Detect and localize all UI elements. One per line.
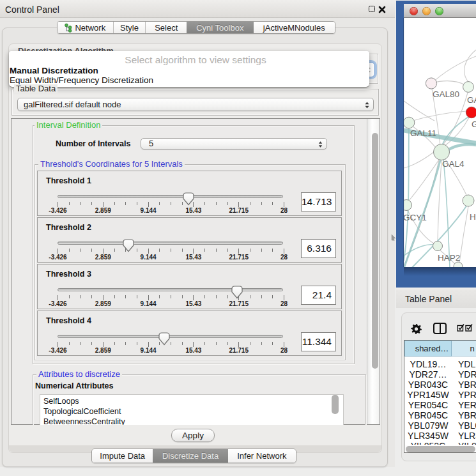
svg-text:GAL11: GAL11	[410, 128, 436, 138]
svg-text:G: G	[472, 119, 476, 129]
svg-text:GCY1: GCY1	[404, 213, 427, 222]
svg-text:HAP2: HAP2	[438, 253, 460, 263]
svg-text:GAL4: GAL4	[442, 159, 464, 169]
svg-text:GA: GA	[467, 95, 476, 105]
svg-text:GAL80: GAL80	[433, 89, 459, 99]
svg-text:H: H	[470, 212, 476, 222]
